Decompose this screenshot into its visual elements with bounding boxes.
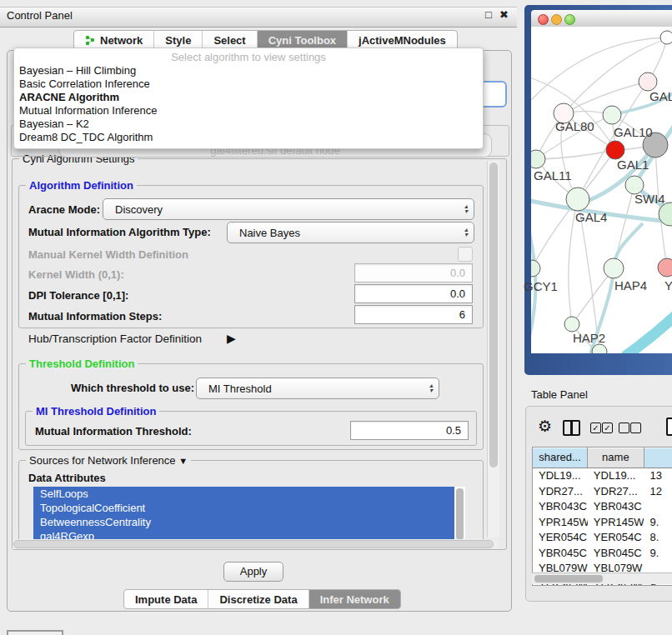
node-salmon[interactable]: [658, 258, 672, 277]
kernel-width-field[interactable]: 0.0: [354, 263, 473, 282]
checked-checkbox-icon[interactable]: ✓: [590, 422, 601, 433]
mi-type-combo[interactable]: Naive Bayes ▴▾: [227, 222, 474, 243]
apply-button[interactable]: Apply: [223, 562, 283, 582]
unchecked-checkbox-icon[interactable]: [630, 422, 641, 433]
close-traffic-light-icon[interactable]: [538, 14, 549, 25]
mi-steps-field[interactable]: 6: [354, 305, 473, 324]
node-gal10[interactable]: [603, 106, 621, 124]
dropdown-item-basic-correlation[interactable]: Basic Correlation Inference: [19, 78, 150, 90]
table-panel: ⚙ ✓ ✓ shared... name YDL19...YDL19...13 …: [525, 406, 672, 602]
settings-horizontal-scrollbar[interactable]: [13, 539, 499, 549]
tab-discretize-data[interactable]: Discretize Data: [208, 590, 308, 608]
mi-threshold-title: MI Threshold Definition: [33, 405, 159, 418]
combo-stepper-icon: ▴▾: [464, 204, 468, 214]
table-row[interactable]: YBR043CYBR043C: [533, 499, 672, 515]
node-label: HAP2: [573, 331, 605, 345]
network-graph: [531, 27, 672, 353]
network-icon: [85, 35, 96, 46]
tab-cyni-toolbox[interactable]: Cyni Toolbox: [257, 31, 347, 49]
list-item-selfloops[interactable]: SelfLoops: [33, 487, 454, 501]
node-label: SWI4: [634, 192, 665, 206]
sources-title: Sources for Network Inference ▼: [26, 454, 191, 467]
node-hap2[interactable]: [564, 317, 579, 332]
node-label: Y: [664, 278, 672, 292]
table-row[interactable]: YBR045CYBR045C9.: [533, 546, 672, 562]
mi-threshold-field[interactable]: 0.5: [350, 421, 469, 440]
tab-infer-network[interactable]: Infer Network: [308, 590, 400, 608]
column-header-clipped[interactable]: [644, 448, 672, 468]
mi-steps-label: Mutual Information Steps:: [28, 310, 162, 322]
manual-kernel-label: Manual Kernel Width Definition: [28, 248, 188, 261]
node-unlabeled-top[interactable]: [660, 31, 672, 44]
column-header-shared-name[interactable]: shared...: [533, 448, 588, 468]
which-threshold-combo[interactable]: MI Threshold ▴▾: [196, 378, 439, 399]
settings-vertical-scroll-thumb[interactable]: [489, 162, 498, 468]
float-window-icon[interactable]: □: [485, 8, 492, 21]
list-item-betweenness[interactable]: BetweennessCentrality: [33, 515, 454, 529]
list-scrollbar[interactable]: [456, 488, 464, 540]
node-gal1[interactable]: [606, 141, 624, 159]
node-label: GAL80: [555, 119, 594, 133]
dpi-tolerance-label: DPI Tolerance [0,1]:: [28, 289, 128, 302]
settings-vertical-scrollbar[interactable]: [487, 161, 499, 538]
node-label: GAL11: [534, 168, 572, 182]
dropdown-item-dream8[interactable]: Dream8 DC_TDC Algorithm: [19, 131, 153, 143]
node-gal11[interactable]: [531, 150, 545, 168]
unchecked-checkbox-icon[interactable]: [619, 422, 629, 433]
node-hap4[interactable]: [604, 258, 624, 278]
bottom-left-window-fragment: [7, 630, 63, 635]
dropdown-item-aracne[interactable]: ARACNE Algorithm: [19, 91, 119, 103]
mi-type-label: Mutual Information Algorithm Type:: [28, 226, 211, 238]
table-row[interactable]: YER054CYER054C8.: [533, 530, 672, 546]
table-horizontal-scroll-thumb[interactable]: [534, 575, 603, 582]
algorithm-definition-title: Algorithm Definition: [26, 179, 137, 192]
table-row[interactable]: YDR27...YDR27...12: [533, 484, 672, 500]
dropdown-prompt: Select algorithm to view settings: [14, 51, 483, 63]
kernel-width-label: Kernel Width (0,1):: [28, 268, 124, 281]
node-label: HAP4: [614, 278, 647, 292]
dropdown-item-bayesian-hill[interactable]: Bayesian – Hill Climbing: [19, 64, 136, 77]
dropdown-item-bayesian-k2[interactable]: Bayesian – K2: [19, 118, 89, 130]
tab-network-label: Network: [100, 34, 143, 47]
tab-select[interactable]: Select: [202, 31, 256, 49]
control-panel-title: Control Panel: [7, 9, 73, 22]
settings-horizontal-scroll-thumb[interactable]: [13, 540, 494, 548]
manual-kernel-checkbox[interactable]: [458, 247, 473, 262]
hub-definition-label: Hub/Transcription Factor Definition: [28, 332, 202, 345]
network-canvas[interactable]: [531, 27, 672, 353]
node-label: GAL4: [575, 210, 607, 224]
threshold-definition-title: Threshold Definition: [26, 358, 138, 370]
list-item-topological[interactable]: TopologicalCoefficient: [33, 501, 454, 515]
column-header-name[interactable]: name: [588, 448, 644, 468]
dropdown-item-mutual-information[interactable]: Mutual Information Inference: [19, 104, 157, 117]
gear-icon[interactable]: ⚙: [538, 417, 552, 436]
aracne-mode-combo[interactable]: Discovery ▴▾: [103, 198, 474, 220]
node-label: GAL: [649, 89, 672, 103]
node-gal4[interactable]: [566, 188, 589, 211]
minimize-traffic-light-icon[interactable]: [551, 14, 562, 25]
tab-impute-data[interactable]: Impute Data: [124, 590, 208, 608]
close-icon[interactable]: ✖: [499, 8, 509, 21]
expanded-arrow-icon[interactable]: ▼: [178, 456, 188, 466]
table-row[interactable]: YDL19...YDL19...13: [533, 468, 672, 484]
zoom-traffic-light-icon[interactable]: [564, 14, 575, 25]
node-gcy1[interactable]: [531, 260, 540, 277]
tab-style[interactable]: Style: [153, 31, 202, 49]
columns-icon[interactable]: [563, 420, 580, 436]
node-label: GAL1: [617, 158, 649, 172]
tab-network[interactable]: Network: [74, 31, 153, 49]
node-label: GAL10: [614, 125, 653, 139]
mi-threshold-label: Mutual Information Threshold:: [35, 425, 192, 438]
dpi-tolerance-field[interactable]: 0.0: [354, 284, 473, 303]
table-row[interactable]: YPR145WYPR145W9.: [533, 515, 672, 531]
data-attributes-list: SelfLoops TopologicalCoefficient Between…: [33, 487, 465, 544]
tab-jactivemnodules[interactable]: jActiveMNodules: [347, 31, 457, 49]
document-icon[interactable]: [666, 418, 672, 436]
checked-checkbox-icon[interactable]: ✓: [602, 422, 613, 433]
algorithm-dropdown-popup: Select algorithm to view settings Bayesi…: [13, 48, 484, 149]
control-panel-titlebar: [0, 7, 517, 28]
table-horizontal-scrollbar[interactable]: [532, 572, 672, 584]
collapsed-arrow-icon[interactable]: ▶: [227, 332, 236, 345]
network-window-titlebar[interactable]: [531, 10, 672, 28]
node-gal-top[interactable]: [639, 72, 657, 91]
